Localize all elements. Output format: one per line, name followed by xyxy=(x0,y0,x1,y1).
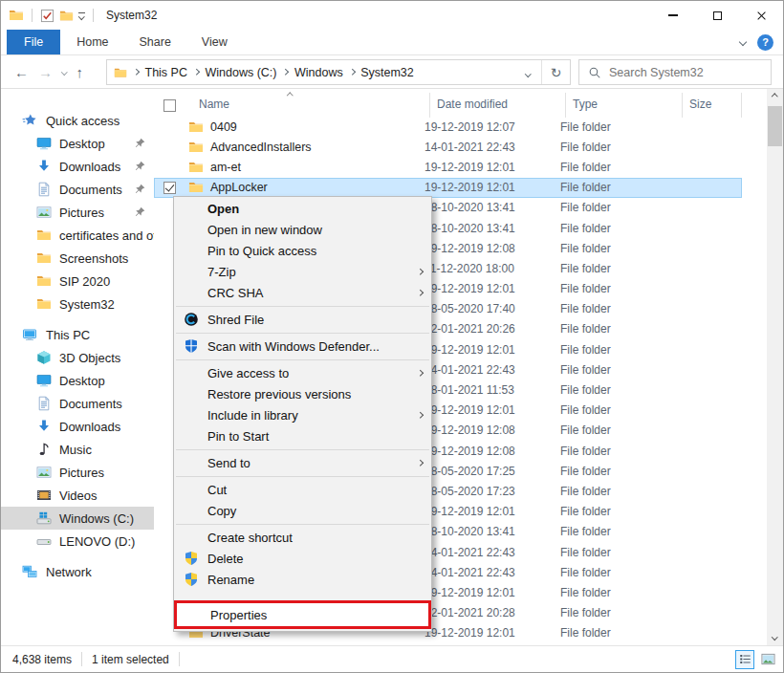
sidebar-section-quick-access[interactable]: Quick access xyxy=(1,109,154,132)
sidebar-item-windows-c[interactable]: Windows (C:) xyxy=(1,507,154,530)
context-menu-item-cut[interactable]: Cut xyxy=(174,479,431,500)
ribbon-expand-icon[interactable] xyxy=(739,38,747,46)
file-name: am-et xyxy=(210,161,241,174)
sidebar-item-desktop[interactable]: Desktop xyxy=(1,132,154,155)
column-header-name[interactable]: Name xyxy=(166,93,430,118)
breadcrumb-item-windows-c[interactable]: Windows (C:) xyxy=(205,66,276,79)
sidebar-item-pictures[interactable]: Pictures xyxy=(1,461,154,484)
sidebar-item-pictures[interactable]: Pictures xyxy=(1,201,154,224)
context-menu-item-open[interactable]: Open xyxy=(174,198,431,219)
context-menu-item-restore-previous-versions[interactable]: Restore previous versions xyxy=(174,383,431,404)
sidebar-item-label: certificates and offe xyxy=(59,228,154,243)
sidebar-item-certificates-and-offe[interactable]: certificates and offe xyxy=(1,224,154,247)
close-icon xyxy=(756,11,767,21)
type-cell: File folder xyxy=(554,465,670,478)
file-name-cell: AppLocker xyxy=(154,180,418,195)
context-menu-item-scan-with-windows-defender[interactable]: Scan with Windows Defender... xyxy=(174,336,431,357)
tab-home[interactable]: Home xyxy=(62,30,122,54)
context-menu-item-pin-to-quick-access[interactable]: Pin to Quick access xyxy=(174,240,431,261)
sidebar-item-system32[interactable]: System32 xyxy=(1,293,154,315)
scroll-down-icon[interactable] xyxy=(767,629,783,645)
type-cell: File folder xyxy=(554,445,670,458)
breadcrumb-item-system32[interactable]: System32 xyxy=(360,66,414,79)
context-menu-item-copy[interactable]: Copy xyxy=(174,500,431,521)
tab-file[interactable]: File xyxy=(7,30,60,54)
context-menu-item-pin-to-start[interactable]: Pin to Start xyxy=(174,425,431,446)
column-header-type[interactable]: Type xyxy=(566,93,683,118)
tab-view[interactable]: View xyxy=(187,30,242,54)
qat-new-folder-icon[interactable] xyxy=(59,9,74,23)
sidebar-section-network[interactable]: Network xyxy=(1,560,154,583)
vertical-scrollbar[interactable] xyxy=(767,89,783,645)
context-menu-item-properties[interactable]: Properties xyxy=(174,600,431,629)
details-view-button[interactable] xyxy=(735,650,754,669)
sidebar-item-music[interactable]: Music xyxy=(1,438,154,461)
refresh-button[interactable]: ↻ xyxy=(541,60,570,84)
context-menu-item-open-in-new-window[interactable]: Open in new window xyxy=(174,219,431,240)
sidebar-item-sip-2020[interactable]: SIP 2020 xyxy=(1,270,154,293)
menu-separator xyxy=(176,595,429,596)
back-button[interactable]: ← xyxy=(14,65,29,79)
desktop-icon xyxy=(36,373,52,388)
sidebar-item-3d-objects[interactable]: 3D Objects xyxy=(1,346,154,369)
context-menu-item-send-to[interactable]: Send to xyxy=(174,452,431,473)
menu-item-label: Cut xyxy=(207,483,227,497)
context-menu-item-shred-file[interactable]: Shred File xyxy=(174,309,431,330)
sidebar-item-documents[interactable]: Documents xyxy=(1,392,154,415)
address-dropdown-icon[interactable] xyxy=(514,66,542,79)
search-box[interactable] xyxy=(578,59,772,85)
forward-button[interactable]: → xyxy=(38,65,53,79)
sidebar-section-this-pc[interactable]: This PC xyxy=(1,323,154,346)
select-all-checkbox[interactable] xyxy=(163,99,176,112)
help-button[interactable]: ? xyxy=(757,34,773,51)
type-cell: File folder xyxy=(554,525,670,538)
context-menu-item-give-access-to[interactable]: Give access to xyxy=(174,362,431,383)
sidebar-item-videos[interactable]: Videos xyxy=(1,484,154,507)
sidebar-item-desktop[interactable]: Desktop xyxy=(1,369,154,392)
date-modified-cell: 19-12-2019 12:01 xyxy=(418,161,554,174)
context-menu-item-crc-sha[interactable]: CRC SHA xyxy=(174,282,431,303)
file-row-advancedinstallers[interactable]: AdvancedInstallers14-01-2021 22:43File f… xyxy=(154,137,742,157)
sidebar-item-downloads[interactable]: Downloads xyxy=(1,155,154,178)
scroll-up-icon[interactable] xyxy=(767,89,783,105)
close-button[interactable] xyxy=(739,1,783,30)
folder-icon xyxy=(36,273,52,289)
search-input[interactable] xyxy=(609,66,752,79)
context-menu-item-delete[interactable]: Delete xyxy=(174,548,431,569)
up-button[interactable]: ↑ xyxy=(76,65,84,79)
context-menu-item-rename[interactable]: Rename xyxy=(174,569,431,590)
sidebar-item-lenovo-d[interactable]: LENOVO (D:) xyxy=(1,530,154,553)
menu-icon-gutter xyxy=(174,551,207,566)
context-menu-item-create-shortcut[interactable]: Create shortcut xyxy=(174,527,431,548)
scrollbar-thumb[interactable] xyxy=(768,106,782,146)
address-bar[interactable]: This PCWindows (C:)WindowsSystem32 ↻ xyxy=(106,59,571,85)
thumbnails-view-button[interactable] xyxy=(758,650,777,669)
sidebar-item-downloads[interactable]: Downloads xyxy=(1,415,154,438)
column-header-date-modified[interactable]: Date modified xyxy=(430,93,566,118)
type-cell: File folder xyxy=(554,302,670,315)
minimize-button[interactable] xyxy=(651,1,695,30)
column-header-size[interactable]: Size xyxy=(683,93,742,118)
breadcrumb-item-windows[interactable]: Windows xyxy=(294,66,343,79)
maximize-button[interactable] xyxy=(695,1,739,30)
type-cell: File folder xyxy=(554,586,670,599)
tab-share[interactable]: Share xyxy=(125,30,185,54)
file-row-applocker[interactable]: AppLocker19-12-2019 12:01File folder xyxy=(154,178,742,198)
context-menu-item-7-zip[interactable]: 7-Zip xyxy=(174,261,431,282)
qat-customize-dropdown-icon[interactable] xyxy=(78,12,85,19)
maximize-icon xyxy=(713,11,722,20)
file-row-am-et[interactable]: am-et19-12-2019 12:01File folder xyxy=(154,157,742,177)
row-checkbox[interactable] xyxy=(163,182,176,194)
menu-item-label: Copy xyxy=(207,504,236,518)
title-bar: System32 xyxy=(1,1,783,30)
pin-icon xyxy=(134,137,146,152)
qat-properties-check-icon[interactable] xyxy=(40,9,54,23)
sidebar-item-documents[interactable]: Documents xyxy=(1,178,154,201)
file-row-0409[interactable]: 040919-12-2019 12:07File folder xyxy=(154,117,742,137)
history-dropdown-icon[interactable] xyxy=(61,69,67,75)
divider xyxy=(179,652,180,666)
context-menu-item-include-in-library[interactable]: Include in library xyxy=(174,404,431,425)
breadcrumb-item-this-pc[interactable]: This PC xyxy=(145,66,187,79)
sidebar-item-screenshots[interactable]: Screenshots xyxy=(1,247,154,270)
date-modified-cell: 14-01-2021 22:43 xyxy=(418,566,554,579)
